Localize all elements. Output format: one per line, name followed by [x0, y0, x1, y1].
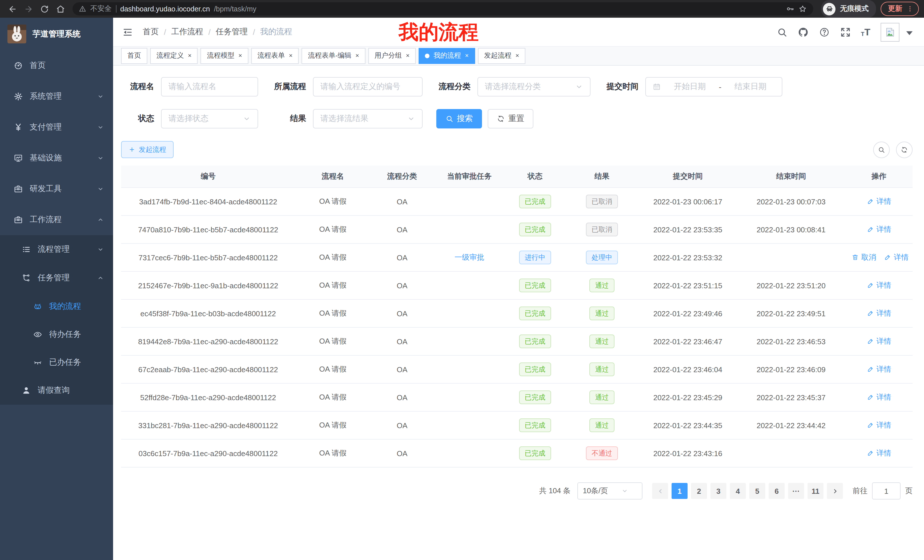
page-button-6[interactable]: 6 — [769, 483, 784, 499]
sidebar-item-label: 工作流程 — [30, 215, 90, 225]
refresh-table-button[interactable] — [896, 141, 913, 158]
tab-close-icon[interactable]: × — [188, 52, 192, 59]
status-select[interactable]: 请选择状态 — [161, 109, 258, 129]
detail-action-link[interactable]: 详情 — [867, 364, 891, 374]
fullscreen-icon[interactable] — [840, 27, 850, 37]
breadcrumb-item[interactable]: 首页 — [143, 27, 159, 37]
detail-action-link[interactable]: 详情 — [884, 252, 909, 263]
tab-我的流程[interactable]: 我的流程× — [418, 48, 475, 64]
back-icon[interactable] — [5, 1, 20, 16]
sidebar-item-流程管理[interactable]: 流程管理 — [0, 235, 113, 264]
detail-action-link[interactable]: 详情 — [867, 336, 891, 346]
tab-close-icon[interactable]: × — [289, 52, 292, 59]
help-icon[interactable] — [819, 27, 830, 37]
breadcrumb-item[interactable]: 工作流程 — [171, 27, 203, 37]
page-size-select[interactable]: 10条/页 — [578, 482, 642, 500]
detail-action-link[interactable]: 详情 — [867, 196, 891, 207]
cell-result: 已取消 — [565, 187, 639, 216]
sidebar-item-工作流程[interactable]: 工作流程 — [0, 204, 113, 235]
cell-process-name: OA 请假 — [295, 411, 370, 439]
next-page-button[interactable] — [827, 483, 843, 499]
browser-menu-icon[interactable] — [906, 5, 914, 13]
password-key-icon[interactable] — [786, 4, 794, 13]
chevron-down-icon — [243, 115, 251, 123]
app-logo-row[interactable]: 芋道管理系统 — [0, 18, 113, 50]
avatar[interactable] — [880, 22, 900, 41]
submit-time-range-picker[interactable]: 开始日期 - 结束日期 — [645, 77, 782, 96]
page-button-5[interactable]: 5 — [749, 483, 765, 499]
cancel-action-link[interactable]: 取消 — [852, 252, 876, 263]
prev-page-button[interactable] — [652, 483, 668, 499]
detail-action-link[interactable]: 详情 — [867, 420, 891, 430]
page-ellipsis[interactable]: ··· — [788, 483, 804, 499]
sidebar-item-首页[interactable]: 首页 — [0, 50, 113, 81]
page-button-3[interactable]: 3 — [710, 483, 726, 499]
tab-流程表单[interactable]: 流程表单× — [251, 48, 299, 64]
goto-page-input[interactable] — [872, 482, 901, 500]
sidebar-item-系统管理[interactable]: 系统管理 — [0, 81, 113, 112]
sidebar-item-已办任务[interactable]: 已办任务 — [0, 348, 113, 376]
tab-label: 发起流程 — [484, 51, 512, 60]
detail-action-link[interactable]: 详情 — [867, 308, 891, 319]
font-size-icon[interactable] — [861, 27, 870, 37]
detail-action-link[interactable]: 详情 — [867, 280, 891, 290]
reload-icon[interactable] — [37, 1, 52, 16]
tab-发起流程[interactable]: 发起流程× — [478, 48, 525, 64]
category-select[interactable]: 请选择流程分类 — [477, 77, 591, 96]
sidebar-item-请假查询[interactable]: 请假查询 — [0, 376, 113, 405]
tab-close-icon[interactable]: × — [406, 52, 410, 59]
update-button[interactable]: 更新 — [880, 2, 919, 16]
tab-label: 首页 — [128, 51, 141, 60]
cell-status: 已完成 — [505, 383, 565, 411]
sidebar-item-支付管理[interactable]: 支付管理 — [0, 112, 113, 143]
tab-首页[interactable]: 首页 — [121, 48, 147, 64]
sidebar-item-基础设施[interactable]: 基础设施 — [0, 143, 113, 174]
detail-action-link[interactable]: 详情 — [867, 448, 891, 458]
tab-close-icon[interactable]: × — [515, 52, 519, 59]
page-button-11[interactable]: 11 — [807, 483, 824, 499]
github-icon[interactable] — [798, 27, 808, 37]
current-task-link[interactable]: 一级审批 — [454, 253, 484, 262]
app-frame: 芋道管理系统 首页系统管理支付管理基础设施研发工具工作流程流程管理任务管理我的流… — [0, 18, 924, 560]
table-wrap: 编号流程名流程分类当前审批任务状态结果提交时间结束时间操作 3ad174fb-7… — [113, 166, 924, 467]
sidebar-item-研发工具[interactable]: 研发工具 — [0, 174, 113, 204]
tab-close-icon[interactable]: × — [465, 52, 469, 59]
process-definition-input[interactable]: 请输入流程定义的编号 — [313, 77, 423, 96]
result-select[interactable]: 请选择流结果 — [313, 109, 423, 129]
address-bar[interactable]: 不安全 dashboard.yudao.iocoder.cn /bpm/task… — [72, 2, 813, 15]
action-label: 详情 — [876, 420, 891, 430]
sidebar-item-label: 流程管理 — [38, 244, 90, 255]
tab-流程定义[interactable]: 流程定义× — [150, 48, 198, 64]
detail-action-link[interactable]: 详情 — [867, 225, 891, 235]
home-icon[interactable] — [53, 1, 68, 16]
avatar-caret-icon[interactable] — [904, 27, 915, 38]
search-button[interactable]: 搜索 — [436, 109, 482, 129]
process-name-input[interactable]: 请输入流程名 — [161, 77, 258, 96]
page-button-4[interactable]: 4 — [730, 483, 746, 499]
cell-actions: 详情 — [845, 327, 913, 355]
tab-close-icon[interactable]: × — [238, 52, 242, 59]
start-process-button[interactable]: 发起流程 — [121, 141, 174, 158]
sidebar-fold-icon[interactable] — [122, 27, 133, 37]
breadcrumb-separator: / — [164, 27, 166, 36]
detail-action-link[interactable]: 详情 — [867, 392, 891, 403]
cell-submit-time: 2022-01-22 23:49:46 — [639, 299, 737, 327]
page-button-1[interactable]: 1 — [672, 483, 688, 499]
show-search-button[interactable] — [873, 141, 890, 158]
tab-流程模型[interactable]: 流程模型× — [201, 48, 248, 64]
search-icon[interactable] — [776, 27, 787, 37]
sidebar-item-待办任务[interactable]: 待办任务 — [0, 320, 113, 348]
cell-result: 通过 — [565, 299, 639, 327]
breadcrumb-item[interactable]: 任务管理 — [216, 27, 248, 37]
tab-流程表单-编辑[interactable]: 流程表单-编辑× — [302, 48, 366, 64]
tab-用户分组[interactable]: 用户分组× — [368, 48, 416, 64]
sidebar-item-我的流程[interactable]: 我的流程 — [0, 292, 113, 320]
tab-close-icon[interactable]: × — [356, 52, 359, 59]
forward-icon[interactable] — [21, 1, 36, 16]
cell-id: 331bc281-7b9a-11ec-a290-acde48001122 — [121, 411, 295, 439]
sidebar-item-任务管理[interactable]: 任务管理 — [0, 264, 113, 292]
page-button-2[interactable]: 2 — [691, 483, 707, 499]
bookmark-star-icon[interactable] — [798, 4, 807, 13]
main-area: 首页/工作流程/任务管理/我的流程 我的流程 首页流程定义×流程模型×流程表单×… — [113, 18, 924, 560]
reset-button[interactable]: 重置 — [488, 109, 533, 129]
